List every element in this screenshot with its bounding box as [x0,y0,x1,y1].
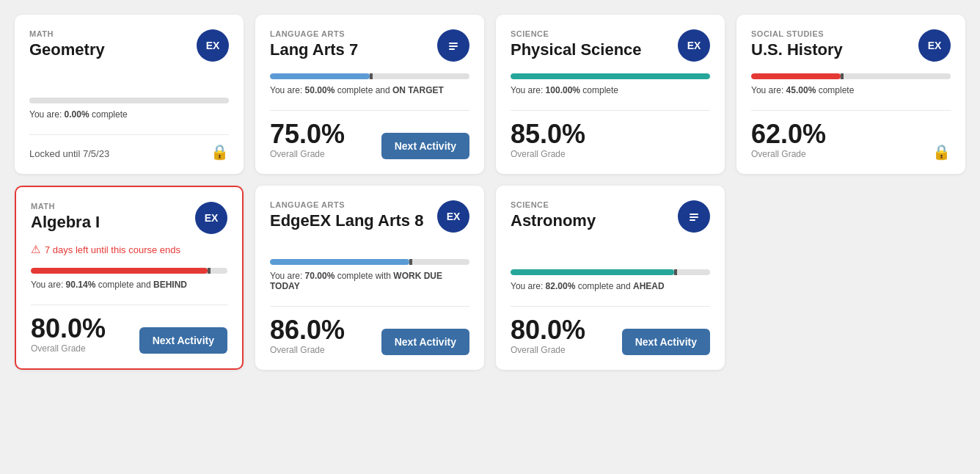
progress-status: WORK DUE TODAY [270,271,442,291]
next-activity-button-algebra-1[interactable]: Next Activity [139,327,227,354]
progress-bar-container [29,98,229,103]
title-block: LANGUAGE ARTSEdgeEX Lang Arts 8 [270,200,423,230]
svg-rect-4 [449,45,458,47]
card-header: LANGUAGE ARTSLang Arts 7 [270,29,469,62]
locked-text: Locked until 7/5/23 [29,148,229,159]
card-subject: SCIENCE [511,200,596,209]
progress-status: BEHIND [153,280,187,290]
grade-section: 85.0%Overall Grade [511,121,710,159]
progress-bar-thumb [409,259,412,265]
card-subject: LANGUAGE ARTS [270,29,358,38]
svg-rect-3 [449,43,458,44]
course-logo-astronomy[interactable] [678,200,710,233]
course-logo-algebra-1[interactable]: EX [195,202,227,234]
card-subject: MATH [31,202,100,211]
progress-bar-thumb [208,268,211,274]
course-card-astronomy: SCIENCEAstronomy You are: 82.00% complet… [496,186,725,370]
grade-block: 80.0%Overall Grade [511,317,585,355]
progress-section: You are: 45.00% complete [751,65,951,103]
progress-section: You are: 100.00% complete [511,65,710,103]
progress-bar-fill [270,73,370,79]
course-logo-lang-arts-7[interactable] [437,29,469,62]
course-card-edgeex-lang-arts-8: LANGUAGE ARTSEdgeEX Lang Arts 8 EX You a… [255,186,484,370]
progress-bar-container [511,73,710,79]
progress-bar-container [511,269,710,275]
grade-block: 80.0%Overall Grade [31,316,106,354]
grade-label: Overall Grade [270,149,345,159]
course-logo-geometry[interactable]: EX [197,29,229,62]
grade-label: Overall Grade [511,149,585,159]
warning-row: ⚠7 days left until this course ends [31,243,227,256]
card-title: Geometry [29,40,105,59]
grade-section: 75.0%Overall GradeNext Activity [270,121,469,159]
title-block: LANGUAGE ARTSLang Arts 7 [270,29,358,59]
progress-section: You are: 0.00% complete [29,89,229,127]
card-title: EdgeEX Lang Arts 8 [270,211,423,230]
next-activity-button-lang-arts-7[interactable]: Next Activity [381,133,469,159]
title-block: SCIENCEPhysical Science [511,29,642,59]
progress-value: 45.00% [786,85,816,95]
card-header: SCIENCEAstronomy [511,200,710,233]
grade-value: 85.0% [511,121,585,147]
grade-value: 80.0% [511,317,585,343]
grade-value: 86.0% [270,317,345,343]
grade-section: 62.0%Overall Grade [751,121,951,159]
svg-text:EX: EX [928,40,942,51]
progress-bar-container [751,73,951,79]
divider [270,110,469,111]
course-logo-edgeex-lang-arts-8[interactable]: EX [437,200,469,233]
next-activity-button-edgeex-lang-arts-8[interactable]: Next Activity [381,329,469,355]
course-logo-us-history[interactable]: EX [918,29,951,62]
progress-status: ON TARGET [392,85,444,95]
progress-status: AHEAD [633,281,665,291]
title-block: SCIENCEAstronomy [511,200,596,230]
progress-value: 90.14% [66,280,96,290]
warning-text: 7 days left until this course ends [45,244,180,255]
grade-block: 62.0%Overall Grade [751,121,826,159]
svg-text:EX: EX [206,40,220,51]
progress-section: You are: 70.00% complete with WORK DUE T… [270,250,469,299]
warning-icon: ⚠ [31,243,40,256]
progress-value: 82.00% [546,281,576,291]
next-activity-button-astronomy[interactable]: Next Activity [622,329,710,355]
course-logo-physical-science[interactable]: EX [678,29,710,62]
grade-label: Overall Grade [270,345,345,355]
card-header: SOCIAL STUDIESU.S. History EX [751,29,951,62]
card-title: Lang Arts 7 [270,40,358,59]
card-title: Astronomy [511,211,596,230]
progress-bar-fill [511,269,674,275]
progress-section: You are: 90.14% complete and BEHIND [31,259,227,297]
card-title: U.S. History [751,40,843,59]
grade-value: 80.0% [31,316,106,342]
svg-rect-5 [449,48,455,50]
grade-value: 62.0% [751,121,826,147]
svg-rect-17 [690,219,695,221]
svg-rect-15 [690,214,698,215]
lock-icon: 🔒 [211,143,229,161]
divider [751,110,951,111]
progress-bar-container [31,268,227,274]
divider [31,305,227,305]
progress-value: 0.00% [65,109,89,120]
grade-block: 86.0%Overall Grade [270,317,345,355]
course-card-algebra-1: MATHAlgebra I EX ⚠7 days left until this… [15,186,244,370]
progress-bar-container [270,73,469,79]
svg-text:EX: EX [687,40,701,51]
divider [511,110,710,111]
svg-rect-16 [690,216,698,218]
course-grid: MATHGeometry EX You are: 0.00% completeL… [15,15,965,370]
grade-block: 75.0%Overall Grade [270,121,345,159]
progress-bar-thumb [674,269,677,275]
grade-label: Overall Grade [31,343,106,354]
grade-label: Overall Grade [511,345,585,355]
card-header: MATHAlgebra I EX [31,202,227,234]
divider [270,306,469,307]
card-subject: LANGUAGE ARTS [270,200,423,209]
progress-text: You are: 0.00% complete [29,109,229,120]
progress-text: You are: 70.00% complete with WORK DUE T… [270,271,469,291]
lock-icon: 🔒 [932,143,951,161]
card-title: Physical Science [511,40,642,59]
svg-text:EX: EX [205,212,219,224]
progress-text: You are: 82.00% complete and AHEAD [511,281,710,291]
title-block: MATHGeometry [29,29,105,59]
